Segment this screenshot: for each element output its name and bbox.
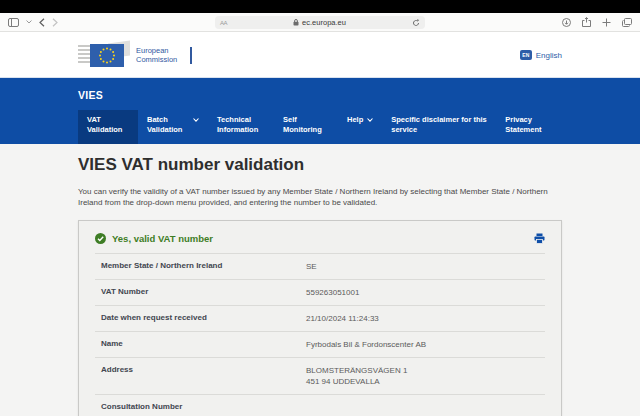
reload-icon[interactable] <box>412 19 420 27</box>
nav-item[interactable]: Self Monitoring <box>274 110 338 144</box>
nav-item-label: Help <box>347 115 363 125</box>
table-row: Date when request received 21/10/2024 11… <box>95 305 545 331</box>
row-label: Date when request received <box>101 313 306 324</box>
language-label: English <box>536 51 562 60</box>
nav-item-label: Privacy Statement <box>505 115 549 135</box>
nav-item[interactable]: Help <box>338 110 382 144</box>
forward-icon[interactable] <box>52 18 58 27</box>
row-value: BLOMSTERÄNGSVÄGEN 1 451 94 UDDEVALLA <box>306 365 407 387</box>
table-row: VAT Number 559263051001 <box>95 279 545 305</box>
nav-item-label: Self Monitoring <box>283 115 329 135</box>
page-description: You can verify the validity of a VAT num… <box>78 186 562 208</box>
nav-item[interactable]: Specific disclaimer for this service <box>382 110 496 144</box>
validation-result-card: Yes, valid VAT number Member State / Nor… <box>78 220 562 416</box>
printer-icon <box>534 233 545 244</box>
print-button[interactable] <box>534 233 545 244</box>
new-tab-icon[interactable] <box>602 18 611 27</box>
table-row: Member State / Northern Ireland SE <box>95 253 545 279</box>
nav-item-label: Specific disclaimer for this service <box>391 115 487 135</box>
row-value: 21/10/2024 11:24:33 <box>306 313 379 324</box>
browser-toolbar: AA ec.europa.eu <box>0 13 640 32</box>
row-label: Name <box>101 339 306 350</box>
reader-icon[interactable]: AA <box>220 20 227 26</box>
result-table: Member State / Northern Ireland SE VAT N… <box>95 253 545 416</box>
row-label: Consultation Number <box>101 402 306 411</box>
page-content: VIES VAT number validation You can verif… <box>78 144 562 416</box>
language-badge: EN <box>520 50 532 60</box>
row-value: Fyrbodals Bil & Fordonscenter AB <box>306 339 426 350</box>
page-title: VIES VAT number validation <box>78 155 562 175</box>
lock-icon <box>293 19 299 26</box>
valid-check-icon <box>95 233 106 244</box>
table-row: Consultation Number <box>95 394 545 416</box>
nav-item-label: Batch Validation <box>147 115 189 135</box>
nav-item[interactable]: VAT Validation <box>78 110 138 144</box>
main-nav: VAT Validation Batch Validation Technica… <box>78 110 562 144</box>
site-banner: VIES VAT Validation Batch Validation Tec… <box>0 78 640 144</box>
nav-item-label: VAT Validation <box>87 115 129 135</box>
ec-logo-text: European Commission <box>136 46 177 64</box>
nav-item[interactable]: Batch Validation <box>138 110 208 144</box>
table-row: Name Fyrbodals Bil & Fordonscenter AB <box>95 331 545 357</box>
chevron-down-icon <box>193 118 199 122</box>
table-row: Address BLOMSTERÄNGSVÄGEN 1 451 94 UDDEV… <box>95 357 545 394</box>
browser-window: AA ec.europa.eu <box>0 0 640 416</box>
row-value: 559263051001 <box>306 287 359 298</box>
eu-flag-icon <box>78 42 130 68</box>
row-label: Address <box>101 365 306 387</box>
ec-header: European Commission EN English <box>0 32 640 78</box>
row-label: Member State / Northern Ireland <box>101 261 306 272</box>
back-icon[interactable] <box>39 18 45 27</box>
european-commission-logo[interactable]: European Commission <box>78 42 192 68</box>
url-text: ec.europa.eu <box>302 18 346 27</box>
language-selector[interactable]: EN English <box>520 50 562 60</box>
site-title: VIES <box>78 78 562 110</box>
nav-item-label: Technical Information <box>217 115 265 135</box>
address-bar[interactable]: AA ec.europa.eu <box>215 16 425 29</box>
nav-item[interactable]: Technical Information <box>208 110 274 144</box>
tabs-icon[interactable] <box>622 18 632 27</box>
logo-divider <box>190 47 192 64</box>
row-label: VAT Number <box>101 287 306 298</box>
nav-item[interactable]: Privacy Statement <box>496 110 558 144</box>
share-icon[interactable] <box>582 17 591 27</box>
status-message: Yes, valid VAT number <box>112 233 528 244</box>
downloads-icon[interactable] <box>562 18 571 27</box>
row-value: SE <box>306 261 317 272</box>
chevron-down-icon <box>367 118 373 122</box>
sidebar-icon[interactable] <box>8 18 19 27</box>
chevron-down-icon[interactable] <box>26 20 32 24</box>
screen-top-bar <box>0 0 640 13</box>
